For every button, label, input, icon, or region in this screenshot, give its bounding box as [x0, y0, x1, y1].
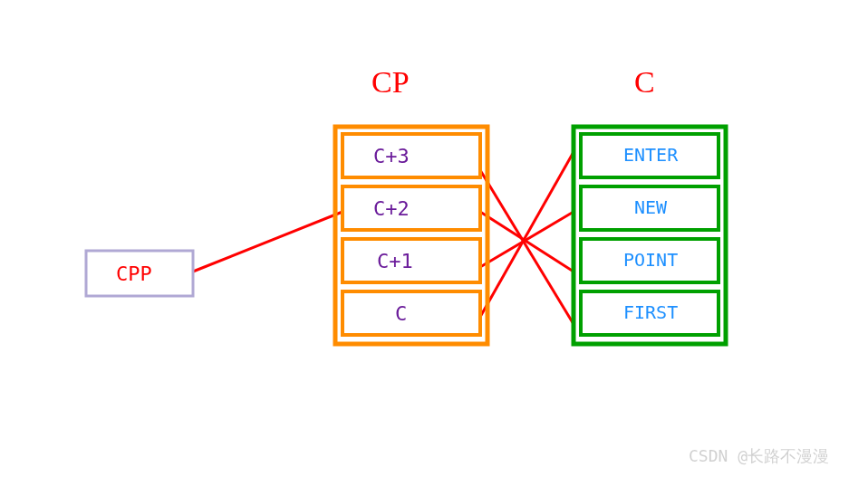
svg-rect-2: [342, 134, 480, 177]
cp-cell-3: C: [342, 291, 480, 335]
title-c: C: [634, 65, 655, 99]
cp-cell-1-label: C+2: [373, 197, 410, 220]
cp-cell-2: C+1: [342, 239, 480, 282]
c-cell-2-label: POINT: [623, 249, 678, 271]
c-cell-1-label: NEW: [634, 196, 668, 218]
watermark: CSDN @长路不漫漫: [689, 446, 829, 465]
title-cp: CP: [371, 65, 410, 99]
c-cell-1: NEW: [581, 186, 719, 230]
cp-cell-0-label: C+3: [373, 145, 410, 167]
c-cell-0-label: ENTER: [623, 144, 679, 166]
cpp-label: CPP: [116, 262, 152, 285]
line-cpp-cp: [193, 212, 342, 272]
c-column: ENTER NEW POINT FIRST: [574, 127, 726, 344]
c-cell-3: FIRST: [581, 291, 719, 335]
cp-cell-1: C+2: [342, 186, 480, 230]
diagram-canvas: CP C CPP C+3 C+2 C+1 C ENTER: [0, 0, 868, 477]
cpp-box: CPP: [86, 251, 193, 296]
svg-rect-5: [342, 291, 480, 335]
line-cp0-c3: [480, 170, 574, 324]
line-cp3-c0: [480, 152, 574, 317]
c-cell-3-label: FIRST: [623, 301, 678, 323]
c-cell-0: ENTER: [581, 134, 719, 177]
cp-column: C+3 C+2 C+1 C: [335, 127, 487, 344]
cp-cell-3-label: C: [395, 302, 407, 325]
cp-cell-0: C+3: [342, 134, 480, 177]
svg-rect-3: [342, 186, 480, 230]
c-cell-2: POINT: [581, 239, 719, 282]
cp-cell-2-label: C+1: [377, 250, 413, 272]
